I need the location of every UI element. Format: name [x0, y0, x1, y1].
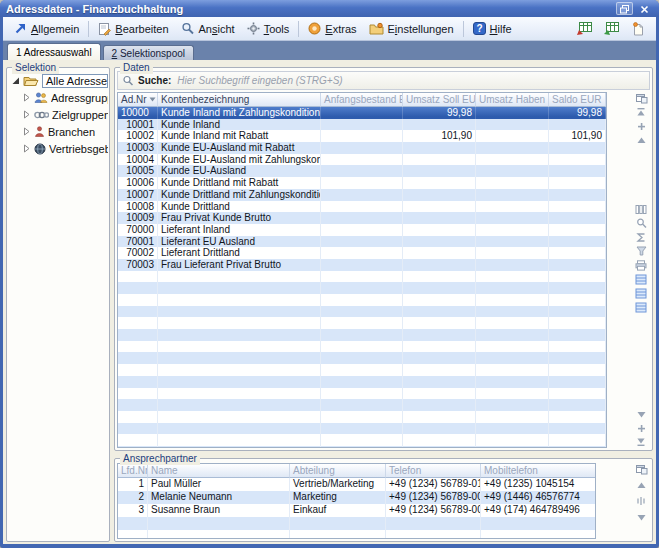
- column-header-mobiltelefon[interactable]: Mobiltelefon: [481, 464, 596, 478]
- account-row[interactable]: [118, 399, 606, 411]
- account-row[interactable]: 10008Kunde Drittland: [118, 201, 606, 213]
- down-nav-button[interactable]: [634, 511, 648, 523]
- print-tool-button[interactable]: [634, 259, 648, 271]
- grid-view-button[interactable]: [634, 273, 648, 285]
- account-row[interactable]: [118, 329, 606, 341]
- restore-button[interactable]: [616, 2, 633, 15]
- resize-tool-button[interactable]: [634, 495, 648, 507]
- account-row[interactable]: [118, 434, 606, 446]
- titlebar[interactable]: Adressdaten - Finanzbuchhaltung: [0, 0, 659, 17]
- filter-tool-button[interactable]: [634, 245, 648, 257]
- account-row[interactable]: 70003Frau Lieferant Privat Brutto: [118, 259, 606, 271]
- table-import-button[interactable]: [601, 20, 621, 38]
- tab-2-selektionspool[interactable]: 2 Selektionspool: [103, 45, 194, 60]
- new-document-button[interactable]: [628, 20, 648, 38]
- column-header-saldo-eur[interactable]: Saldo EUR: [549, 93, 606, 107]
- search-tool-button[interactable]: [634, 217, 648, 229]
- account-row[interactable]: 10007Kunde Drittland mit Zahlungskonditi…: [118, 189, 606, 201]
- plus-nav-button[interactable]: [634, 120, 648, 132]
- contact-row[interactable]: [118, 530, 595, 538]
- account-row[interactable]: 70001Lieferant EU Ausland: [118, 236, 606, 248]
- tree-item-zielgruppen[interactable]: Zielgruppen: [8, 106, 108, 123]
- account-row[interactable]: [118, 271, 606, 283]
- account-row[interactable]: 10003Kunde EU-Ausland mit Rabatt: [118, 142, 606, 154]
- close-button[interactable]: [636, 2, 653, 15]
- column-header-anfangsbestand-eur[interactable]: Anfangsbestand EUR: [321, 93, 403, 107]
- column-header-lfd-nr[interactable]: Lfd.Nr.: [118, 464, 148, 478]
- grid-view-button[interactable]: [634, 287, 648, 299]
- column-chooser-button[interactable]: [634, 92, 648, 104]
- menu-item-ansicht[interactable]: Ansicht: [175, 20, 241, 37]
- account-row[interactable]: [118, 446, 606, 447]
- up-nav-button[interactable]: [634, 134, 648, 146]
- menu-item-extras[interactable]: Extras: [302, 20, 362, 37]
- collapsed-icon[interactable]: [22, 144, 31, 153]
- contact-row[interactable]: [118, 517, 595, 530]
- account-row[interactable]: [118, 352, 606, 364]
- cell-kontenbezeichnung: [158, 329, 321, 341]
- contact-row[interactable]: 1Paul MüllerVertrieb/Marketing+49 (1234)…: [118, 478, 595, 491]
- menu-item-hilfe[interactable]: ?Hilfe: [467, 20, 518, 37]
- account-row[interactable]: 10004Kunde EU-Ausland mit Zahlungskondit…: [118, 154, 606, 166]
- close-icon: [640, 0, 649, 18]
- account-row[interactable]: 10006Kunde Drittland mit Rabatt: [118, 177, 606, 189]
- up-nav-button[interactable]: [634, 479, 648, 491]
- menu-item-tools[interactable]: Tools: [241, 20, 296, 37]
- account-row[interactable]: [118, 388, 606, 400]
- account-row[interactable]: [118, 411, 606, 423]
- column-header-name[interactable]: Name: [148, 464, 290, 478]
- down-nav-button[interactable]: [634, 408, 648, 420]
- expanded-icon[interactable]: [11, 76, 20, 85]
- account-row[interactable]: 10005Kunde EU-Ausland: [118, 165, 606, 177]
- plus-nav-icon: [637, 122, 646, 131]
- columns-tool-button[interactable]: [634, 203, 648, 215]
- account-row[interactable]: [118, 306, 606, 318]
- menu-item-bearbeiten[interactable]: Bearbeiten: [92, 20, 174, 38]
- tabstrip: 1 Adressauswahl2 Selektionspool: [3, 41, 656, 60]
- go-top-button[interactable]: [634, 106, 648, 118]
- search-input[interactable]: [175, 74, 645, 87]
- menu-item-allgemein[interactable]: Allgemein: [8, 20, 85, 37]
- column-header-ad-nr[interactable]: Ad.Nr: [118, 93, 158, 107]
- column-header-telefon[interactable]: Telefon: [386, 464, 481, 478]
- table-export-button[interactable]: [574, 20, 594, 38]
- column-header-abteilung[interactable]: Abteilung: [290, 464, 386, 478]
- tree-item-alle-adressen[interactable]: Alle Adressen: [8, 72, 108, 89]
- column-chooser-button[interactable]: [634, 463, 648, 475]
- account-row[interactable]: [118, 364, 606, 376]
- tree-item-branchen[interactable]: Branchen: [8, 123, 108, 140]
- cell-ad-nr: [118, 352, 158, 364]
- account-row[interactable]: [118, 376, 606, 388]
- contact-row[interactable]: 2Melanie NeumannMarketing+49 (1234) 5678…: [118, 491, 595, 504]
- account-row[interactable]: [118, 423, 606, 435]
- account-row[interactable]: [118, 282, 606, 294]
- tree-item-adressgruppen[interactable]: Adressgruppen: [8, 89, 108, 106]
- sum-tool-button[interactable]: [634, 231, 648, 243]
- cell-umsatz-soll-eur: [403, 423, 476, 435]
- account-row[interactable]: [118, 317, 606, 329]
- cell-kontenbezeichnung: [158, 306, 321, 318]
- collapsed-icon[interactable]: [22, 127, 31, 136]
- go-bottom-button[interactable]: [634, 436, 648, 448]
- column-header-kontenbezeichnung[interactable]: Kontenbezeichnung: [158, 93, 321, 107]
- account-row[interactable]: 10001Kunde Inland: [118, 119, 606, 131]
- account-row[interactable]: [118, 341, 606, 353]
- collapsed-icon[interactable]: [22, 110, 31, 119]
- account-row[interactable]: 10000Kunde Inland mit Zahlungskondition …: [118, 107, 606, 119]
- menu-item-einstellungen[interactable]: Einstellungen: [363, 20, 460, 37]
- account-row[interactable]: 70000Lieferant Inland: [118, 224, 606, 236]
- tab-1-adressauswahl[interactable]: 1 Adressauswahl: [7, 43, 101, 60]
- contact-row[interactable]: 3Susanne BraunEinkauf+49 (1234) 56789-00…: [118, 504, 595, 517]
- column-header-umsatz-soll-eur[interactable]: Umsatz Soll EUR: [403, 93, 476, 107]
- tree-item-vertriebsgebiete[interactable]: Vertriebsgebiete: [8, 140, 108, 157]
- account-row[interactable]: [118, 294, 606, 306]
- account-row[interactable]: 70002Lieferant Drittland: [118, 247, 606, 259]
- account-row[interactable]: 10002Kunde Inland mit Rabatt101,90101,90: [118, 130, 606, 142]
- cell-ad-nr: [118, 434, 158, 446]
- plus-nav-button[interactable]: [634, 422, 648, 434]
- window-title: Adressdaten - Finanzbuchhaltung: [6, 3, 613, 15]
- column-header-umsatz-haben-eur[interactable]: Umsatz Haben EUR: [476, 93, 549, 107]
- grid-view-button[interactable]: [634, 301, 648, 313]
- collapsed-icon[interactable]: [22, 93, 31, 102]
- account-row[interactable]: 10009Frau Privat Kunde Brutto: [118, 212, 606, 224]
